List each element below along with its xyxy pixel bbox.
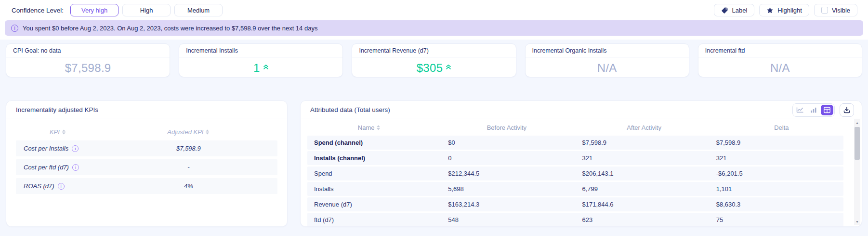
confidence-option-high[interactable]: High: [122, 4, 171, 16]
adjusted-kpi-value: -: [100, 164, 277, 171]
highlight-button[interactable]: Highlight: [759, 4, 809, 16]
column-header-after-activity: After Activity: [576, 124, 713, 131]
scrollbar[interactable]: ▲ ▼: [854, 119, 860, 225]
info-banner-text: You spent $0 before Aug 2, 2023. On Aug …: [23, 25, 317, 32]
adjusted-kpis-rows: Cost per Installsi$7,598.9Cost per ftd (…: [16, 140, 277, 194]
cell-name: Spend (channel): [307, 139, 441, 146]
line-chart-view-button[interactable]: [794, 105, 806, 115]
info-icon[interactable]: i: [58, 183, 65, 190]
cell-before: $212,344.5: [441, 170, 575, 177]
cell-name: Revenue (d7): [307, 201, 441, 208]
cell-before: 548: [441, 216, 575, 223]
adjusted-kpi-value: $7,598.9: [100, 145, 277, 152]
confidence-level-label: Confidence Level:: [12, 7, 64, 14]
sort-icon[interactable]: [62, 129, 66, 135]
table-row: ftd (d7)54862375: [307, 213, 843, 227]
kpi-card-title: Incremental Organic Installs: [526, 44, 689, 57]
info-banner: i You spent $0 before Aug 2, 2023. On Au…: [5, 20, 863, 36]
adjusted-kpi-row: Cost per ftd (d7)i-: [16, 159, 277, 175]
info-icon[interactable]: i: [72, 164, 79, 171]
cell-delta: $8,630.3: [710, 201, 843, 208]
kpi-card-incremental-ftd: Incremental ftd N/A: [698, 43, 862, 77]
adjusted-kpis-table: KPI Adjusted KPI Cost per Installsi$7,59…: [6, 119, 287, 194]
adjusted-kpi-name-text: Cost per ftd (d7): [24, 164, 69, 171]
star-icon: [766, 7, 774, 14]
column-header-before-activity: Before Activity: [438, 124, 575, 131]
table-row: Spend$212,344.5$206,143.1-$6,201.5: [307, 167, 843, 180]
attributed-data-panel: Attributed data (Total users): [300, 100, 862, 227]
cell-after: $171,844.6: [576, 201, 710, 208]
kpi-card-incremental-installs: Incremental Installs 1: [179, 43, 343, 77]
visible-button-text: Visible: [832, 7, 850, 14]
sort-icon[interactable]: [205, 129, 210, 135]
confidence-option-very-high[interactable]: Very high: [70, 4, 118, 16]
kpi-cards-row: CPI Goal: no data $7,598.9 Incremental I…: [6, 43, 862, 77]
cell-name: Installs: [307, 185, 441, 193]
cell-after: $206,143.1: [576, 170, 710, 177]
table-row: Revenue (d7)$163,214.3$171,844.6$8,630.3: [307, 197, 843, 211]
cell-after: 321: [576, 154, 710, 162]
main-content: CPI Goal: no data $7,598.9 Incremental I…: [0, 40, 868, 227]
info-icon: i: [11, 25, 18, 32]
cell-before: $0: [441, 139, 575, 146]
sort-icon[interactable]: [376, 125, 381, 130]
download-button[interactable]: [840, 103, 854, 117]
table-row: Spend (channel)$0$7,598.9$7,598.9: [307, 136, 843, 150]
kpi-card-incremental-revenue: Incremental Revenue (d7) $305: [352, 43, 516, 77]
cell-delta: 321: [710, 154, 843, 162]
table-row: Installs5,6986,7991,101: [307, 182, 843, 196]
adjusted-kpi-row: Cost per Installsi$7,598.9: [16, 140, 277, 156]
page-header: Confidence Level: Very high High Medium …: [0, 0, 868, 40]
kpi-card-value: $7,598.9: [65, 61, 111, 75]
bar-chart-view-button[interactable]: [807, 105, 820, 115]
visible-button[interactable]: Visible: [814, 4, 857, 16]
table-view-button[interactable]: [821, 105, 833, 115]
kpi-card-cpi-goal: CPI Goal: no data $7,598.9: [6, 43, 170, 77]
cell-name: ftd (d7): [307, 216, 441, 223]
table-row: Installs (channel)0321321: [307, 151, 843, 165]
cell-delta: $7,598.9: [710, 139, 843, 146]
kpi-card-value: N/A: [770, 61, 790, 75]
view-toggle-group: [792, 103, 835, 117]
checkbox-icon: [821, 7, 828, 14]
scrollbar-thumb[interactable]: [855, 127, 860, 160]
adjusted-kpi-name-text: Cost per Installs: [24, 145, 68, 152]
trend-up-icon: [446, 64, 451, 70]
adjusted-kpi-row: ROAS (d7)i4%: [16, 178, 277, 194]
highlight-button-text: Highlight: [777, 7, 802, 14]
adjusted-kpi-name: ROAS (d7)i: [16, 182, 100, 190]
cell-after: 6,799: [576, 185, 710, 193]
column-header-delta: Delta: [713, 124, 850, 131]
scroll-down-arrow[interactable]: ▼: [854, 218, 860, 225]
kpi-card-incremental-organic-installs: Incremental Organic Installs N/A: [525, 43, 689, 77]
kpi-card-title: Incremental Installs: [179, 44, 342, 57]
column-header-kpi[interactable]: KPI: [16, 128, 100, 136]
adjusted-kpi-value: 4%: [100, 182, 277, 190]
confidence-option-medium[interactable]: Medium: [174, 4, 223, 16]
cell-delta: 1,101: [710, 185, 843, 193]
adjusted-kpi-name: Cost per ftd (d7)i: [16, 164, 100, 171]
column-header-name[interactable]: Name: [301, 124, 438, 131]
kpi-card-title: Incremental ftd: [698, 44, 862, 57]
cell-delta: 75: [710, 216, 843, 223]
tag-icon: [721, 7, 728, 14]
kpi-card-title: CPI Goal: no data: [6, 44, 170, 57]
kpi-card-title: Incremental Revenue (d7): [352, 44, 515, 57]
confidence-level-group: Very high High Medium: [70, 4, 223, 16]
cell-before: 5,698: [441, 185, 575, 193]
info-icon[interactable]: i: [72, 145, 79, 152]
cell-delta: -$6,201.5: [710, 170, 843, 177]
topbar: Confidence Level: Very high High Medium …: [0, 0, 868, 20]
attributed-data-table: Name Before Activity After Activity Delt…: [301, 119, 862, 227]
label-button-text: Label: [732, 7, 748, 14]
trend-up-icon: [263, 64, 269, 70]
adjusted-kpi-name: Cost per Installsi: [16, 145, 100, 152]
adjusted-kpi-name-text: ROAS (d7): [24, 182, 54, 190]
column-header-adjusted-kpi[interactable]: Adjusted KPI: [100, 128, 277, 136]
label-button[interactable]: Label: [714, 4, 755, 16]
kpi-card-value: N/A: [597, 61, 617, 75]
scroll-up-arrow[interactable]: ▲: [854, 119, 860, 126]
cell-name: Installs (channel): [307, 154, 441, 162]
incrementality-adjusted-kpis-panel: Incrementality adjusted KPIs KPI Adjuste…: [6, 100, 288, 227]
cell-after: 623: [576, 216, 710, 223]
